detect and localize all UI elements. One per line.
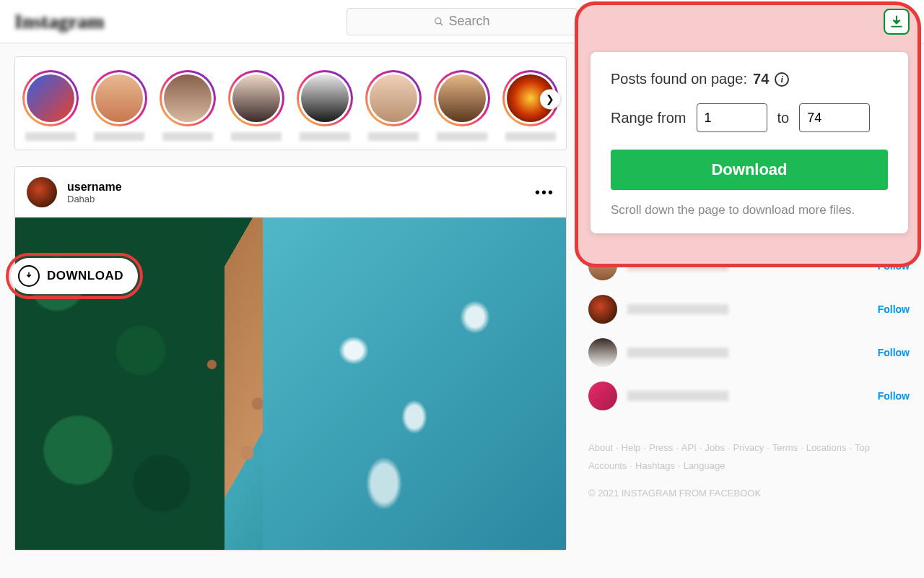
footer-link[interactable]: Help xyxy=(622,442,641,453)
suggestion-avatar[interactable] xyxy=(588,295,617,324)
follow-button[interactable]: Follow xyxy=(878,303,910,315)
footer-link[interactable]: Terms xyxy=(772,442,798,453)
footer-link[interactable]: Language xyxy=(684,460,725,471)
suggestion-item: Follow xyxy=(588,331,910,374)
svg-line-1 xyxy=(440,22,443,25)
footer-link[interactable]: Press xyxy=(649,442,673,453)
suggestion-username xyxy=(627,348,728,358)
logo[interactable]: Instagram xyxy=(14,10,104,33)
extension-popup: Posts found on page: 74 i Range from to … xyxy=(590,52,908,233)
footer-link[interactable]: Jobs xyxy=(705,442,724,453)
story-username xyxy=(368,132,419,141)
story-username xyxy=(25,132,76,141)
range-to-input[interactable] xyxy=(799,103,870,132)
story-username xyxy=(231,132,282,141)
posts-found-label: Posts found on page: 74 i xyxy=(611,71,888,87)
suggestion-username xyxy=(627,391,728,401)
info-icon[interactable]: i xyxy=(775,72,789,87)
stories-next-button[interactable]: ❯ xyxy=(540,89,560,109)
story-username xyxy=(94,132,144,141)
post-header: username Dahab ••• xyxy=(15,167,566,217)
footer-link[interactable]: API xyxy=(681,442,697,453)
suggestion-item: Follow xyxy=(588,374,910,418)
story-item[interactable] xyxy=(297,70,354,141)
footer-copyright: © 2021 INSTAGRAM FROM FACEBOOK xyxy=(588,488,910,499)
story-item[interactable] xyxy=(22,70,79,141)
story-item[interactable] xyxy=(160,70,217,141)
range-to-label: to xyxy=(777,110,790,126)
footer-link[interactable]: About xyxy=(588,442,613,453)
story-item[interactable] xyxy=(433,70,490,141)
post-avatar[interactable] xyxy=(27,177,57,207)
range-from-label: Range from xyxy=(611,110,687,126)
post-more-button[interactable]: ••• xyxy=(535,184,554,201)
download-arrow-icon xyxy=(889,14,904,29)
range-row: Range from to xyxy=(611,103,888,132)
suggestion-avatar[interactable] xyxy=(588,381,617,410)
story-username xyxy=(437,132,487,141)
svg-point-0 xyxy=(435,17,441,23)
footer-link[interactable]: Hashtags xyxy=(635,460,675,471)
extension-icon[interactable] xyxy=(884,9,910,35)
download-pill-highlight: DOWNLOAD xyxy=(6,253,143,299)
footer-links: About·Help·Press·API·Jobs·Privacy·Terms·… xyxy=(588,439,910,475)
footer-link[interactable]: Locations xyxy=(806,442,847,453)
follow-button[interactable]: Follow xyxy=(878,390,910,402)
extension-download-button[interactable]: Download xyxy=(611,150,888,190)
story-item[interactable] xyxy=(91,70,148,141)
download-circle-icon xyxy=(18,265,40,287)
story-item[interactable] xyxy=(228,70,285,141)
suggestion-item: Follow xyxy=(588,288,910,331)
suggestion-username xyxy=(627,304,728,314)
footer-link[interactable]: Privacy xyxy=(733,442,764,453)
suggestions-list: Follow Follow Follow Follow xyxy=(588,244,910,418)
search-icon xyxy=(434,17,444,27)
search-input[interactable]: Search xyxy=(346,8,578,35)
story-username xyxy=(162,132,213,141)
suggestion-avatar[interactable] xyxy=(588,338,617,367)
story-item[interactable] xyxy=(365,70,422,141)
range-from-input[interactable] xyxy=(697,103,767,132)
extension-note: Scroll down the page to download more fi… xyxy=(611,203,888,217)
download-pill-label: DOWNLOAD xyxy=(47,269,123,283)
story-username xyxy=(505,132,556,141)
post-card: username Dahab ••• xyxy=(14,166,567,551)
post-location[interactable]: Dahab xyxy=(67,194,122,204)
search-placeholder: Search xyxy=(448,14,489,29)
post-username[interactable]: username xyxy=(67,181,122,194)
follow-button[interactable]: Follow xyxy=(878,347,910,358)
stories-bar: ❯ xyxy=(14,56,567,150)
download-pill-button[interactable]: DOWNLOAD xyxy=(11,258,138,294)
story-username xyxy=(300,132,350,141)
